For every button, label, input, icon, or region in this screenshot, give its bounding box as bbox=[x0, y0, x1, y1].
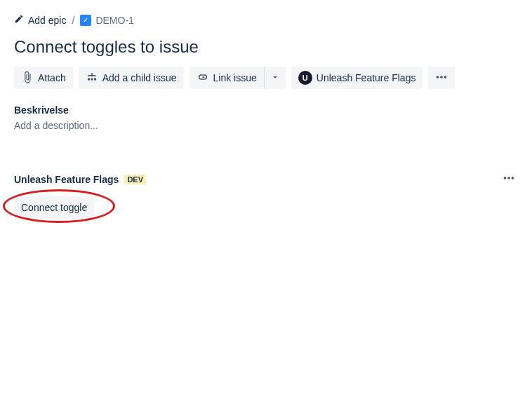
add-child-issue-button[interactable]: Add a child issue bbox=[79, 67, 184, 89]
task-icon bbox=[80, 15, 91, 26]
attach-icon bbox=[21, 71, 34, 86]
unleash-button-label: Unleash Feature Flags bbox=[317, 72, 416, 83]
unleash-section-title: Unleash Feature Flags bbox=[14, 174, 119, 185]
breadcrumb-add-epic-label: Add epic bbox=[28, 15, 66, 26]
link-issue-label: Link issue bbox=[213, 72, 257, 83]
tree-icon bbox=[86, 71, 98, 86]
attach-button[interactable]: Attach bbox=[14, 67, 73, 89]
dev-badge: DEV bbox=[124, 175, 146, 184]
breadcrumb-add-epic[interactable]: Add epic bbox=[14, 14, 66, 26]
more-icon bbox=[501, 177, 517, 188]
unleash-section-header-left: Unleash Feature Flags DEV bbox=[14, 174, 146, 185]
action-row: Attach Add a child issue Link issue U Un… bbox=[14, 67, 518, 89]
svg-point-3 bbox=[504, 177, 507, 179]
connect-toggle-label: Connect toggle bbox=[21, 202, 87, 213]
section-more-button[interactable] bbox=[500, 169, 518, 189]
link-issue-dropdown-button[interactable] bbox=[265, 67, 286, 89]
attach-button-label: Attach bbox=[38, 72, 66, 83]
more-actions-button[interactable] bbox=[428, 67, 455, 89]
breadcrumb: Add epic / DEMO-1 bbox=[14, 14, 518, 26]
description-field[interactable]: Add a description... bbox=[14, 120, 518, 131]
link-issue-group: Link issue bbox=[189, 67, 286, 89]
svg-point-4 bbox=[507, 177, 510, 179]
unleash-logo-icon: U bbox=[298, 71, 312, 85]
chevron-down-icon bbox=[270, 72, 280, 84]
page-title: Connect toggles to issue bbox=[14, 37, 518, 57]
svg-point-5 bbox=[512, 177, 514, 179]
link-issue-button[interactable]: Link issue bbox=[189, 67, 264, 89]
breadcrumb-separator: / bbox=[72, 15, 74, 26]
breadcrumb-issue-key: DEMO-1 bbox=[95, 15, 133, 26]
connect-toggle-button[interactable]: Connect toggle bbox=[14, 196, 94, 219]
unleash-button[interactable]: U Unleash Feature Flags bbox=[291, 67, 423, 89]
svg-point-0 bbox=[437, 76, 439, 79]
connect-toggle-wrapper: Connect toggle bbox=[14, 196, 94, 219]
description-label: Beskrivelse bbox=[14, 104, 518, 116]
pencil-icon bbox=[14, 14, 24, 26]
more-icon bbox=[434, 69, 449, 87]
add-child-issue-label: Add a child issue bbox=[102, 72, 177, 83]
unleash-section-header: Unleash Feature Flags DEV bbox=[14, 169, 518, 189]
link-icon bbox=[197, 71, 209, 86]
breadcrumb-issue[interactable]: DEMO-1 bbox=[80, 15, 133, 26]
svg-point-2 bbox=[444, 76, 447, 79]
svg-point-1 bbox=[441, 76, 444, 79]
